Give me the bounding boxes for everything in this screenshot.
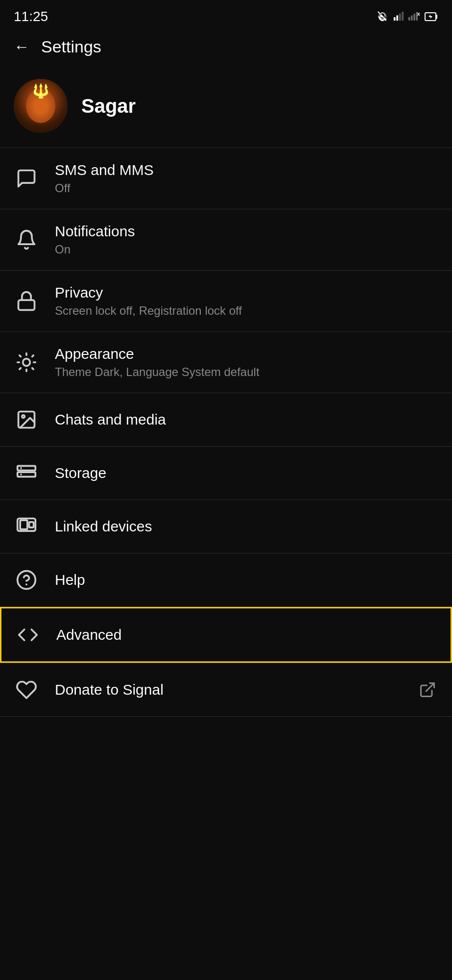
settings-item-privacy[interactable]: Privacy Screen lock off, Registration lo… bbox=[0, 271, 452, 331]
svg-rect-29 bbox=[29, 522, 34, 528]
settings-item-help[interactable]: Help bbox=[0, 553, 452, 606]
storage-text: Storage bbox=[55, 465, 438, 481]
chats-label: Chats and media bbox=[55, 411, 438, 428]
sms-label: SMS and MMS bbox=[55, 162, 438, 178]
svg-text:x: x bbox=[417, 11, 420, 17]
linked-devices-text: Linked devices bbox=[55, 518, 438, 535]
privacy-label: Privacy bbox=[55, 284, 438, 301]
heart-icon bbox=[14, 677, 39, 703]
divider-11 bbox=[0, 716, 452, 717]
appearance-sublabel: Theme Dark, Language System default bbox=[55, 365, 438, 379]
settings-item-advanced[interactable]: Advanced bbox=[0, 607, 452, 663]
donate-text: Donate to Signal bbox=[55, 681, 401, 698]
svg-rect-1 bbox=[396, 15, 398, 21]
status-time: 11:25 bbox=[14, 9, 48, 25]
svg-point-22 bbox=[22, 415, 25, 418]
sun-icon bbox=[14, 350, 39, 375]
linked-devices-icon bbox=[14, 514, 39, 539]
status-bar: 11:25 x bbox=[0, 0, 452, 29]
lock-icon bbox=[14, 288, 39, 314]
linked-devices-label: Linked devices bbox=[55, 518, 438, 535]
settings-item-notifications[interactable]: Notifications On bbox=[0, 209, 452, 270]
sms-sublabel: Off bbox=[55, 181, 438, 195]
page-title: Settings bbox=[41, 37, 101, 56]
settings-item-donate[interactable]: Donate to Signal bbox=[0, 663, 452, 716]
appearance-label: Appearance bbox=[55, 346, 438, 362]
svg-line-16 bbox=[32, 368, 34, 370]
help-label: Help bbox=[55, 572, 438, 588]
svg-rect-4 bbox=[408, 17, 410, 21]
settings-item-linked-devices[interactable]: Linked devices bbox=[0, 500, 452, 553]
settings-item-appearance[interactable]: Appearance Theme Dark, Language System d… bbox=[0, 332, 452, 393]
donate-label: Donate to Signal bbox=[55, 681, 401, 698]
avatar bbox=[14, 79, 68, 133]
svg-rect-10 bbox=[436, 15, 437, 19]
image-icon bbox=[14, 407, 39, 432]
notifications-sublabel: On bbox=[55, 243, 438, 256]
help-text: Help bbox=[55, 572, 438, 588]
battery-icon bbox=[425, 11, 438, 22]
storage-label: Storage bbox=[55, 465, 438, 481]
svg-point-12 bbox=[23, 359, 30, 366]
settings-item-chats[interactable]: Chats and media bbox=[0, 393, 452, 446]
settings-item-storage[interactable]: Storage bbox=[0, 447, 452, 500]
svg-line-15 bbox=[20, 355, 21, 357]
storage-icon bbox=[14, 460, 39, 486]
status-icons: x bbox=[377, 11, 438, 23]
advanced-text: Advanced bbox=[56, 627, 437, 643]
advanced-icon bbox=[15, 622, 41, 648]
signal-bars-x-icon: x bbox=[408, 11, 421, 22]
profile-section[interactable]: Sagar bbox=[0, 64, 452, 148]
notifications-text: Notifications On bbox=[55, 223, 438, 256]
profile-name: Sagar bbox=[81, 95, 136, 117]
svg-rect-5 bbox=[411, 15, 412, 20]
sms-text: SMS and MMS Off bbox=[55, 162, 438, 195]
mute-icon bbox=[377, 11, 388, 23]
svg-line-32 bbox=[426, 683, 434, 692]
svg-rect-11 bbox=[19, 300, 35, 310]
notifications-label: Notifications bbox=[55, 223, 438, 240]
privacy-text: Privacy Screen lock off, Registration lo… bbox=[55, 284, 438, 318]
svg-rect-3 bbox=[402, 12, 404, 21]
toolbar: ← Settings bbox=[0, 29, 452, 64]
advanced-label: Advanced bbox=[56, 627, 437, 643]
back-button[interactable]: ← bbox=[14, 38, 29, 56]
svg-rect-2 bbox=[399, 14, 401, 21]
svg-line-19 bbox=[20, 368, 21, 370]
avatar-image bbox=[14, 79, 68, 133]
chat-icon bbox=[14, 166, 39, 191]
help-icon bbox=[14, 567, 39, 593]
svg-rect-28 bbox=[20, 520, 27, 529]
appearance-text: Appearance Theme Dark, Language System d… bbox=[55, 346, 438, 379]
external-link-icon bbox=[417, 679, 438, 701]
privacy-sublabel: Screen lock off, Registration lock off bbox=[55, 304, 438, 318]
svg-line-20 bbox=[32, 355, 34, 357]
chats-text: Chats and media bbox=[55, 411, 438, 428]
signal-bars-icon bbox=[393, 11, 404, 22]
settings-item-sms[interactable]: SMS and MMS Off bbox=[0, 148, 452, 209]
bell-icon bbox=[14, 227, 39, 252]
svg-rect-0 bbox=[394, 17, 396, 21]
svg-rect-6 bbox=[413, 14, 415, 21]
